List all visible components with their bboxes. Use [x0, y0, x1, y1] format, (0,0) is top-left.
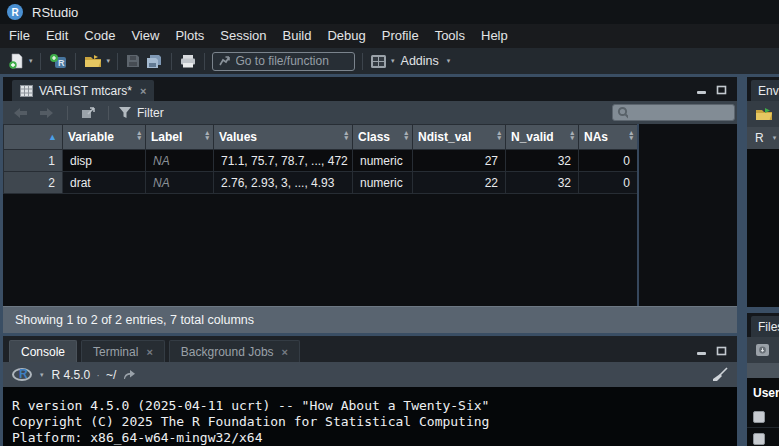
r-version-caret-icon[interactable]: ▾	[38, 371, 46, 379]
close-icon[interactable]: ×	[138, 85, 146, 97]
chevron-down-icon: ▾	[771, 134, 779, 142]
rstudio-window: { "window": { "logo_letter": "R", "title…	[0, 0, 779, 446]
cell-ndist-val: 27	[413, 150, 506, 172]
file-row[interactable]	[747, 406, 779, 428]
close-icon[interactable]: ×	[282, 346, 288, 358]
menu-debug[interactable]: Debug	[319, 24, 373, 48]
file-checkbox[interactable]	[753, 433, 765, 445]
svg-text:R: R	[58, 58, 65, 68]
table-row[interactable]: 2 drat NA 2.76, 2.93, 3, ..., 4.93 numer…	[4, 172, 638, 194]
header-label-col[interactable]: Label▴▾	[146, 125, 214, 150]
variable-table: ▲ Variable▴▾ Label▴▾ Values▴▾ Class▴▾ Nd…	[3, 124, 737, 306]
working-directory[interactable]: ~/	[106, 368, 116, 382]
clear-console-button[interactable]	[711, 367, 728, 386]
cell-values: 71.1, 75.7, 78.7, ..., 472	[214, 150, 353, 172]
tab-terminal[interactable]: Terminal ×	[81, 340, 165, 362]
load-workspace-button[interactable]	[752, 106, 777, 122]
header-values[interactable]: Values▴▾	[214, 125, 353, 150]
panes-layout-button[interactable]	[368, 54, 389, 69]
toolbar-separator	[362, 53, 363, 70]
header-variable[interactable]: Variable▴▾	[63, 125, 146, 150]
tab-files[interactable]: Files	[751, 316, 779, 337]
addins-caret-icon: ▾	[445, 57, 453, 65]
back-button[interactable]	[10, 106, 31, 120]
cell-variable: drat	[63, 172, 146, 194]
table-header-row: ▲ Variable▴▾ Label▴▾ Values▴▾ Class▴▾ Nd…	[4, 125, 638, 150]
table-search-box[interactable]	[612, 104, 735, 121]
files-action-button[interactable]	[752, 342, 773, 358]
menu-tools[interactable]: Tools	[427, 24, 473, 48]
pane-window-buttons	[696, 346, 727, 356]
console-header: R ▾ R 4.5.0 · ~/	[3, 362, 737, 387]
new-file-caret-icon[interactable]: ▾	[27, 57, 35, 65]
show-in-new-window-button[interactable]	[78, 106, 98, 120]
r-version-icon[interactable]: R	[12, 368, 32, 381]
header-dot: ·	[96, 369, 100, 381]
tab-environment[interactable]: Environment	[751, 80, 779, 101]
maximize-icon[interactable]	[716, 85, 727, 95]
tab-label: Background Jobs	[181, 345, 274, 359]
file-checkbox[interactable]	[753, 411, 765, 423]
open-folder-icon	[84, 54, 102, 68]
table-row[interactable]: 1 disp NA 71.1, 75.7, 78.7, ..., 472 num…	[4, 150, 638, 172]
header-nas[interactable]: NAs▴▾	[579, 125, 638, 150]
sort-icon: ▴▾	[497, 130, 501, 140]
forward-button[interactable]	[36, 106, 57, 120]
close-icon[interactable]: ×	[146, 346, 152, 358]
cell-variable: disp	[63, 150, 146, 172]
menu-build[interactable]: Build	[275, 24, 320, 48]
header-label: NAs	[584, 130, 608, 144]
header-class[interactable]: Class▴▾	[353, 125, 413, 150]
toolbar-separator	[171, 53, 172, 70]
forward-arrow-icon	[39, 107, 54, 119]
menu-plots[interactable]: Plots	[167, 24, 212, 48]
menu-profile[interactable]: Profile	[374, 24, 427, 48]
file-row[interactable]	[747, 428, 779, 446]
sort-icon: ▴▾	[629, 130, 633, 140]
tab-console[interactable]: Console	[9, 340, 77, 362]
open-file-caret-icon[interactable]: ▾	[105, 57, 113, 65]
menu-session[interactable]: Session	[212, 24, 274, 48]
filter-button[interactable]: Filter	[119, 106, 164, 120]
toolbar-separator	[108, 106, 109, 120]
save-all-button[interactable]	[143, 53, 166, 70]
r-version-label: R 4.5.0	[52, 368, 91, 382]
filter-label: Filter	[137, 106, 164, 120]
addins-button[interactable]: Addins ▾	[397, 54, 457, 68]
files-path-label[interactable]: Users	[747, 378, 779, 406]
console-output[interactable]: R version 4.5.0 (2025-04-11 ucrt) -- "Ho…	[3, 387, 737, 446]
header-rownum[interactable]: ▲	[4, 125, 63, 150]
table-search-input[interactable]	[631, 107, 730, 119]
popout-window-icon	[81, 107, 95, 119]
header-n-valid[interactable]: N_valid▴▾	[506, 125, 579, 150]
goto-file-input[interactable]	[236, 54, 349, 68]
print-button[interactable]	[177, 53, 199, 69]
save-button[interactable]	[123, 53, 143, 69]
maximize-icon[interactable]	[716, 346, 727, 356]
tab-title: VARLIST mtcars*	[39, 84, 132, 98]
tab-varlist-mtcars[interactable]: VARLIST mtcars* ×	[12, 80, 154, 101]
goto-file-search[interactable]	[212, 52, 355, 71]
header-ndist-val[interactable]: Ndist_val▴▾	[413, 125, 506, 150]
tab-background-jobs[interactable]: Background Jobs ×	[169, 340, 300, 362]
menu-view[interactable]: View	[123, 24, 167, 48]
open-file-button[interactable]	[81, 53, 105, 69]
menu-file[interactable]: File	[1, 24, 38, 48]
menu-edit[interactable]: Edit	[38, 24, 76, 48]
menu-help[interactable]: Help	[473, 24, 516, 48]
menu-code[interactable]: Code	[76, 24, 123, 48]
minimize-icon[interactable]	[696, 346, 707, 356]
new-file-button[interactable]	[5, 52, 27, 70]
environment-tabbar: Environment	[747, 77, 779, 101]
new-project-button[interactable]: R	[46, 52, 70, 70]
open-in-window-icon[interactable]	[122, 369, 136, 380]
files-column-header	[747, 363, 779, 378]
table-status-bar: Showing 1 to 2 of 2 entries, 7 total col…	[3, 306, 737, 333]
console-line: Copyright (C) 2025 The R Foundation for …	[12, 414, 737, 430]
panes-layout-caret-icon[interactable]: ▾	[389, 57, 397, 65]
rstudio-logo-icon: R	[7, 4, 23, 20]
environment-language-selector[interactable]: R ▾	[747, 127, 779, 149]
minimize-icon[interactable]	[696, 85, 707, 95]
new-project-icon: R	[49, 53, 67, 69]
sort-icon: ▴▾	[570, 130, 574, 140]
